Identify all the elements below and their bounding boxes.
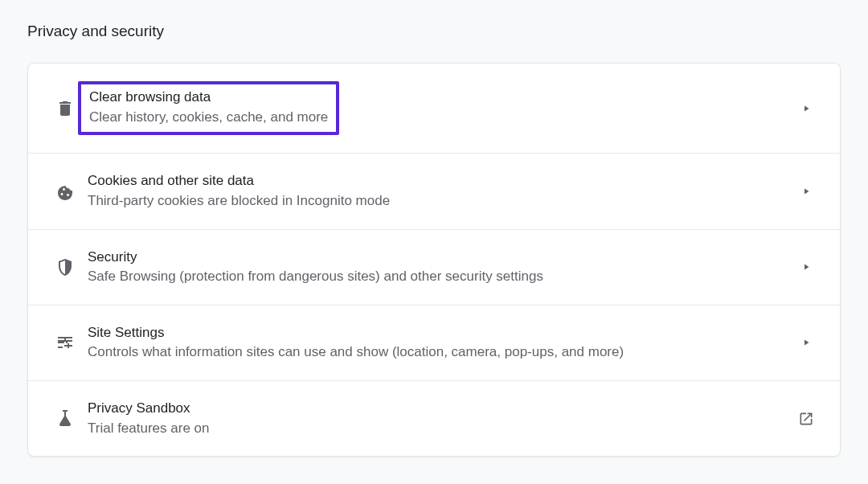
chevron-right-icon <box>795 104 817 113</box>
row-body: Cookies and other site data Third-party … <box>84 171 795 211</box>
row-site-settings[interactable]: Site Settings Controls what information … <box>28 306 840 381</box>
row-subtitle: Safe Browsing (protection from dangerous… <box>88 267 795 287</box>
row-title: Site Settings <box>88 323 795 343</box>
row-body: Site Settings Controls what information … <box>84 323 795 363</box>
row-cookies[interactable]: Cookies and other site data Third-party … <box>28 154 840 229</box>
row-body: Security Safe Browsing (protection from … <box>84 248 795 287</box>
row-subtitle: Clear history, cookies, cache, and more <box>89 108 328 128</box>
chevron-right-icon <box>795 338 817 347</box>
row-privacy-sandbox[interactable]: Privacy Sandbox Trial features are on <box>28 381 840 456</box>
row-subtitle: Trial features are on <box>88 419 795 439</box>
row-title: Privacy Sandbox <box>88 399 795 419</box>
row-security[interactable]: Security Safe Browsing (protection from … <box>28 230 840 306</box>
external-link-icon <box>795 411 817 427</box>
settings-card: Clear browsing data Clear history, cooki… <box>27 63 841 457</box>
shield-icon <box>46 257 84 277</box>
row-title: Cookies and other site data <box>88 171 795 191</box>
chevron-right-icon <box>795 262 817 272</box>
section-title: Privacy and security <box>27 23 841 40</box>
chevron-right-icon <box>795 187 817 196</box>
cookie-icon <box>46 182 84 201</box>
row-title: Security <box>88 248 795 268</box>
row-clear-browsing-data[interactable]: Clear browsing data Clear history, cooki… <box>28 64 840 154</box>
highlight-box: Clear browsing data Clear history, cooki… <box>78 81 339 135</box>
row-body: Clear browsing data Clear history, cooki… <box>84 81 795 135</box>
row-subtitle: Controls what information sites can use … <box>88 342 795 363</box>
row-title: Clear browsing data <box>89 88 328 108</box>
row-body: Privacy Sandbox Trial features are on <box>84 399 795 438</box>
row-subtitle: Third-party cookies are blocked in Incog… <box>88 191 795 211</box>
flask-icon <box>46 409 84 429</box>
tune-icon <box>46 333 84 352</box>
